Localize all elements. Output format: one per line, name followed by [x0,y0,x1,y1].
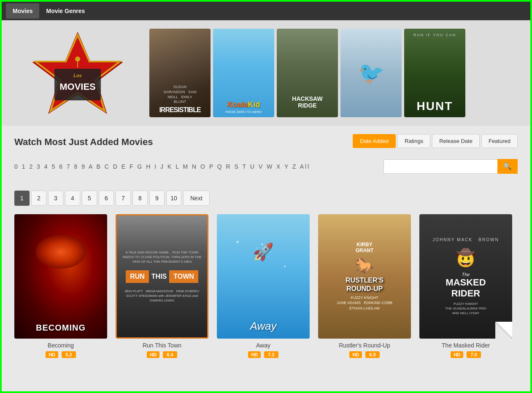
poster-hacksaw-ridge[interactable]: HACKSAWRIDGE [277,29,338,117]
sort-tab-ratings[interactable]: Ratings [397,134,430,148]
movie-poster-away: 🚀 ✦ ✦ Away [217,214,310,339]
badge-rating-runthistown: 6.4 [163,351,177,358]
logo-area: Los MOVIES [14,29,141,117]
poster-piper[interactable]: 🐦 [340,29,402,117]
alpha-J[interactable]: J [160,163,165,170]
alpha-4[interactable]: 4 [44,163,49,170]
sort-tabs: Date Added Ratings Release Date Featured [353,134,518,148]
nav-item-genres[interactable]: Movie Genres [39,3,92,19]
movie-badges-runthistown: HD 6.4 [116,351,208,358]
movie-poster-rustlers: KIRBYGRANT 🐎 RUSTLER'SROUND-UP FUZZY KNI… [318,214,411,339]
movie-badges-masked: HD 7.0 [419,351,512,358]
alpha-5[interactable]: 5 [51,163,56,170]
sort-tab-date-added[interactable]: Date Added [353,134,396,148]
sort-tab-release-date[interactable]: Release Date [432,134,480,148]
alpha-3[interactable]: 3 [37,163,41,170]
page-btn-4[interactable]: 4 [65,191,80,206]
alpha-X[interactable]: X [276,163,281,170]
page-btn-3[interactable]: 3 [48,191,63,206]
alpha-7[interactable]: 7 [67,163,71,170]
alpha-9[interactable]: 9 [81,163,86,170]
alpha-0[interactable]: 0 [14,163,19,170]
page-btn-10[interactable]: 10 [166,191,181,206]
alpha-A[interactable]: A [89,163,94,170]
badge-hd-becoming: HD [46,351,58,358]
page-btn-8[interactable]: 8 [132,191,148,206]
page-btn-next[interactable]: Next [183,191,210,206]
movie-poster-runthistown: A TALE AND MOUSE GAME... RUN THE TOWN NE… [116,214,208,339]
alpha-Z[interactable]: Z [292,163,297,170]
movie-title-away: Away [217,342,310,349]
svg-text:MOVIES: MOVIES [59,81,96,92]
alpha-K[interactable]: K [167,163,173,170]
alpha-T[interactable]: T [243,163,247,170]
badge-rating-rustlers: 6.9 [365,351,379,358]
movie-badges-rustlers: HD 6.9 [318,351,411,358]
badge-rating-away: 7.2 [264,351,278,358]
movie-title-rustlers: Rustler's Round-Up [318,342,411,349]
search-button[interactable]: 🔍 [497,159,518,174]
poster-the-hunt[interactable]: RUN IF YOU CAN HUNT [404,29,465,117]
alpha-L[interactable]: L [176,163,180,170]
alpha-V[interactable]: V [259,163,264,170]
sort-search-row: Watch Most Just Added Movies Date Added … [14,134,518,155]
poster-irresistible[interactable]: SUSANSARANDON SAMNEILL EMILYBLUNT IRRESI… [149,29,211,117]
page-btn-1[interactable]: 1 [14,191,30,206]
search-input[interactable] [383,159,497,174]
svg-text:Los: Los [73,73,82,78]
badge-hd-runthistown: HD [147,351,159,358]
alpha-O[interactable]: O [200,163,206,170]
movie-title-runthistown: Run This Town [116,342,208,349]
alpha-W[interactable]: W [267,163,273,170]
alpha-Q[interactable]: Q [217,163,223,170]
page-btn-2[interactable]: 2 [31,191,46,206]
hero-section: Los MOVIES SUSANSARANDON SAMNEILL EMILYB… [2,20,530,126]
alpha-E[interactable]: E [122,163,127,170]
alpha-B[interactable]: B [97,163,102,170]
alpha-P[interactable]: P [209,163,214,170]
alpha-1[interactable]: 1 [22,163,27,170]
alpha-8[interactable]: 8 [74,163,79,170]
badge-hd-rustlers: HD [349,351,362,358]
alpha-all[interactable]: All [300,163,311,170]
alpha-R[interactable]: R [226,163,232,170]
alphabet-row: 0 1 2 3 4 5 6 7 8 9 A B C D E F G H I J … [14,163,310,170]
alpha-M[interactable]: M [183,163,189,170]
alpha-D[interactable]: D [113,163,119,170]
page-btn-9[interactable]: 9 [149,191,165,206]
movie-badges-away: HD 7.2 [217,351,310,358]
alpha-U[interactable]: U [250,163,256,170]
alpha-C[interactable]: C [105,163,110,170]
alpha-I[interactable]: I [154,163,157,170]
movie-poster-masked: JOHNNY MACK BROWN 🤠 The MASKED RIDER FUZ… [419,214,512,339]
movie-title-masked: The Masked Rider [419,342,512,349]
page-btn-7[interactable]: 7 [116,191,131,206]
movie-card-becoming[interactable]: BECOMING Becoming HD 5.2 [14,214,107,358]
alpha-6[interactable]: 6 [59,163,64,170]
page-btn-5[interactable]: 5 [82,191,97,206]
movies-grid: BECOMING Becoming HD 5.2 A TALE AND MOUS… [14,214,518,358]
section-title: Watch Most Just Added Movies [14,137,153,148]
hero-posters-row: SUSANSARANDON SAMNEILL EMILYBLUNT IRRESI… [149,29,518,117]
alpha-N[interactable]: N [192,163,197,170]
alpha-2[interactable]: 2 [29,163,34,170]
sort-tab-featured[interactable]: Featured [481,134,518,148]
movie-title-becoming: Becoming [14,342,107,349]
alpha-Y[interactable]: Y [284,163,289,170]
alpha-H[interactable]: H [146,163,151,170]
alpha-S[interactable]: S [235,163,240,170]
badge-rating-becoming: 5.2 [62,351,76,358]
movie-card-masked[interactable]: JOHNNY MACK BROWN 🤠 The MASKED RIDER FUZ… [419,214,512,358]
search-icon: 🔍 [503,163,512,170]
navbar: Movies Movie Genres [2,2,530,20]
alpha-G[interactable]: G [138,163,143,170]
movie-card-runthistown[interactable]: A TALE AND MOUSE GAME... RUN THE TOWN NE… [116,214,208,358]
page-btn-6[interactable]: 6 [99,191,114,206]
poster-koala-kid[interactable]: KoalaKid FROM ZERO TO HERO [213,29,274,117]
movie-card-away[interactable]: 🚀 ✦ ✦ Away Away HD 7.2 [217,214,310,358]
movie-card-rustlers[interactable]: KIRBYGRANT 🐎 RUSTLER'SROUND-UP FUZZY KNI… [318,214,411,358]
badge-hd-masked: HD [451,351,463,358]
logo-star: Los MOVIES [31,29,124,117]
alpha-F[interactable]: F [130,163,135,170]
nav-item-movies[interactable]: Movies [6,3,39,19]
